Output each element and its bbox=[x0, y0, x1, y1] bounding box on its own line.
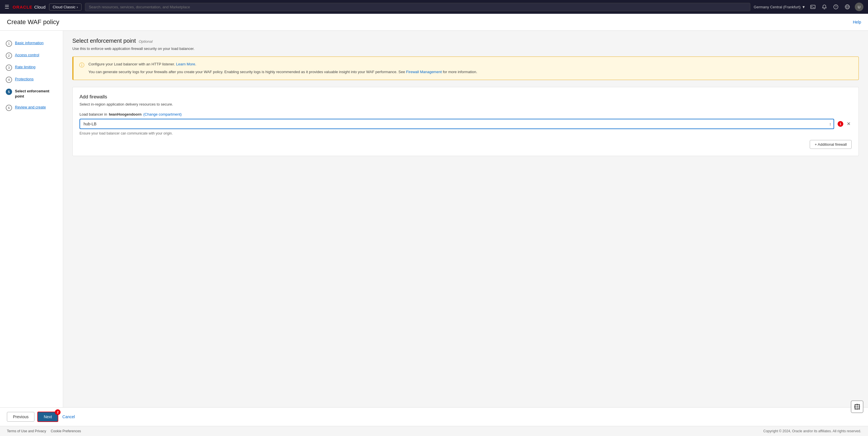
main-content: Select enforcement point Optional Use th… bbox=[63, 31, 868, 407]
step-number-1: 1 bbox=[6, 40, 12, 47]
lb-selector-row: hub-LB ↕ 1 ✕ bbox=[80, 119, 851, 129]
change-compartment-link[interactable]: (Change compartment) bbox=[143, 112, 182, 116]
chevron-down-icon: ▼ bbox=[802, 5, 805, 9]
cloud-classic-button[interactable]: Cloud Classic › bbox=[49, 3, 82, 11]
previous-button[interactable]: Previous bbox=[7, 412, 34, 422]
help-dot bbox=[855, 406, 856, 408]
help-dot bbox=[859, 408, 860, 410]
lb-select-wrapper: hub-LB ↕ bbox=[80, 119, 834, 129]
warning-line2-end: for more information. bbox=[443, 70, 477, 74]
help-widget[interactable] bbox=[851, 400, 863, 413]
help-dot bbox=[857, 406, 858, 408]
help-dot bbox=[859, 404, 860, 406]
lb-hint: Ensure your load balancer can communicat… bbox=[80, 131, 851, 135]
sidebar-item-label-4: Protections bbox=[15, 76, 34, 82]
user-avatar[interactable]: U bbox=[855, 3, 863, 11]
warning-text: Configure your Load balancer with an HTT… bbox=[88, 61, 477, 75]
page-title: Create WAF policy bbox=[7, 19, 59, 26]
sidebar-item-label-2: Access control bbox=[15, 53, 39, 58]
lb-compartment-name: IwanHoogendoorn bbox=[109, 112, 142, 116]
page-body: 1 Basic information 2 Access control 3 R… bbox=[0, 31, 868, 407]
sidebar-item-basic-information[interactable]: 1 Basic information bbox=[0, 38, 63, 49]
add-firewall-btn-wrapper: + Additional firewall bbox=[80, 140, 851, 149]
step-number-5: 5 bbox=[6, 89, 12, 95]
step-number-6: 6 bbox=[6, 105, 12, 111]
help-widget-ring-icon bbox=[854, 404, 860, 410]
cloud-shell-icon[interactable] bbox=[809, 3, 817, 11]
sidebar-item-label-6: Review and create bbox=[15, 105, 46, 110]
sidebar-item-rate-limiting[interactable]: 3 Rate limiting bbox=[0, 62, 63, 74]
step-number-2: 2 bbox=[6, 53, 12, 59]
section-optional-label: Optional bbox=[138, 39, 152, 44]
firewall-management-link[interactable]: Firewall Management bbox=[406, 70, 442, 74]
svg-rect-0 bbox=[811, 5, 815, 9]
next-badge: 2 bbox=[55, 409, 61, 415]
warning-line2: You can generate security logs for your … bbox=[88, 70, 405, 74]
sidebar-item-label-5: Select enforcement point bbox=[15, 89, 57, 99]
bottom-links: Terms of Use and Privacy Cookie Preferen… bbox=[7, 429, 81, 433]
warning-icon: ⓘ bbox=[79, 62, 84, 69]
cookie-preferences-link[interactable]: Cookie Preferences bbox=[51, 429, 81, 433]
top-navigation: ☰ ORACLE Cloud Cloud Classic › Germany C… bbox=[0, 0, 868, 14]
svg-text:?: ? bbox=[835, 5, 837, 9]
sidebar-item-label-1: Basic information bbox=[15, 40, 43, 45]
footer-actions: Previous Next 2 Cancel bbox=[0, 407, 868, 426]
language-icon[interactable] bbox=[843, 3, 851, 11]
lb-label-prefix: Load balancer in bbox=[80, 112, 107, 116]
lb-label-row: Load balancer in IwanHoogendoorn (Change… bbox=[80, 112, 851, 116]
help-dot bbox=[855, 408, 856, 410]
help-link[interactable]: Help bbox=[853, 20, 861, 24]
terms-link[interactable]: Terms of Use and Privacy bbox=[7, 429, 46, 433]
lb-remove-button[interactable]: ✕ bbox=[846, 120, 851, 128]
learn-more-link[interactable]: Learn More bbox=[176, 62, 195, 66]
help-dot bbox=[855, 404, 856, 406]
step-number-3: 3 bbox=[6, 65, 12, 71]
section-description: Use this to enforce web application fire… bbox=[72, 46, 859, 51]
notifications-icon[interactable] bbox=[820, 3, 828, 11]
page-bottom: Terms of Use and Privacy Cookie Preferen… bbox=[0, 426, 868, 436]
help-icon[interactable]: ? bbox=[832, 3, 840, 11]
step-number-4: 4 bbox=[6, 76, 12, 83]
section-title: Select enforcement point bbox=[72, 38, 136, 44]
region-selector[interactable]: Germany Central (Frankfurt) ▼ bbox=[754, 5, 805, 9]
help-widget-dots bbox=[855, 404, 860, 410]
copyright-text: Copyright © 2024, Oracle and/or its affi… bbox=[763, 429, 861, 433]
page-header: Create WAF policy Help bbox=[0, 14, 868, 31]
help-dot bbox=[857, 408, 858, 410]
warning-line1: Configure your Load balancer with an HTT… bbox=[88, 62, 175, 66]
help-dot bbox=[857, 404, 858, 406]
lb-badge: 1 bbox=[838, 121, 843, 127]
sidebar-item-select-enforcement-point[interactable]: 5 Select enforcement point bbox=[0, 86, 63, 102]
section-title-row: Select enforcement point Optional bbox=[72, 38, 859, 44]
search-input[interactable] bbox=[85, 3, 750, 11]
sidebar-item-access-control[interactable]: 2 Access control bbox=[0, 49, 63, 62]
sidebar: 1 Basic information 2 Access control 3 R… bbox=[0, 31, 63, 407]
oracle-wordmark: ORACLE bbox=[12, 5, 32, 9]
hamburger-menu-icon[interactable]: ☰ bbox=[5, 4, 9, 10]
warning-box: ⓘ Configure your Load balancer with an H… bbox=[72, 57, 859, 80]
next-button-wrapper: Next 2 bbox=[37, 412, 58, 422]
card-description: Select in-region application delivery re… bbox=[80, 102, 851, 106]
lb-select[interactable]: hub-LB bbox=[80, 119, 834, 129]
help-dot bbox=[859, 406, 860, 408]
sidebar-item-review-and-create[interactable]: 6 Review and create bbox=[0, 102, 63, 114]
add-firewalls-card: Add firewalls Select in-region applicati… bbox=[72, 87, 859, 156]
add-firewall-button[interactable]: + Additional firewall bbox=[810, 140, 851, 149]
sidebar-item-protections[interactable]: 4 Protections bbox=[0, 74, 63, 86]
sidebar-item-label-3: Rate limiting bbox=[15, 65, 36, 70]
card-title: Add firewalls bbox=[80, 94, 851, 100]
cloud-wordmark: Cloud bbox=[34, 5, 45, 9]
cancel-button[interactable]: Cancel bbox=[61, 412, 76, 422]
oracle-logo: ORACLE Cloud bbox=[12, 5, 45, 9]
